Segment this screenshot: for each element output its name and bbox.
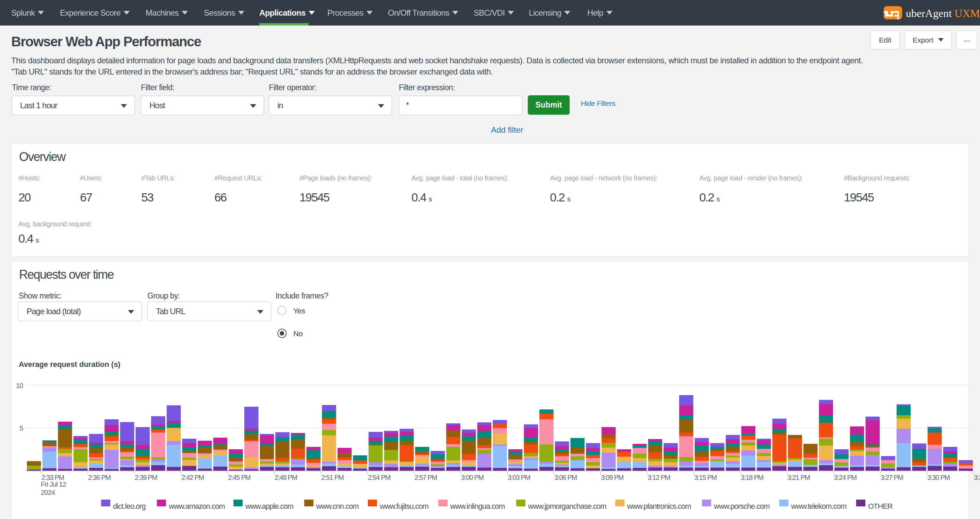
- svg-text:10: 10: [16, 382, 24, 389]
- svg-text:3:15 PM: 3:15 PM: [694, 474, 717, 481]
- svg-text:2:54 PM: 2:54 PM: [368, 474, 391, 481]
- svg-text:2:48 PM: 2:48 PM: [275, 474, 298, 481]
- svg-text:3:06 PM: 3:06 PM: [554, 474, 577, 481]
- svg-text:5: 5: [19, 424, 23, 432]
- svg-text:3:24 PM: 3:24 PM: [834, 474, 857, 481]
- svg-text:2:57 PM: 2:57 PM: [414, 474, 437, 481]
- svg-text:3:33 PM: 3:33 PM: [974, 474, 980, 481]
- svg-text:2:36 PM: 2:36 PM: [88, 474, 111, 481]
- svg-text:2:45 PM: 2:45 PM: [228, 474, 251, 481]
- svg-text:3:27 PM: 3:27 PM: [881, 474, 904, 481]
- svg-text:3:00 PM: 3:00 PM: [461, 474, 484, 481]
- svg-text:3:03 PM: 3:03 PM: [508, 474, 530, 481]
- svg-text:3:18 PM: 3:18 PM: [741, 474, 764, 481]
- svg-text:3:30 PM: 3:30 PM: [927, 474, 950, 481]
- svg-text:2:42 PM: 2:42 PM: [181, 474, 204, 481]
- svg-text:3:09 PM: 3:09 PM: [601, 474, 624, 481]
- svg-text:3:12 PM: 3:12 PM: [648, 474, 670, 481]
- svg-text:2:51 PM: 2:51 PM: [321, 474, 344, 481]
- svg-text:2:39 PM: 2:39 PM: [135, 474, 158, 481]
- svg-text:3:21 PM: 3:21 PM: [788, 474, 810, 481]
